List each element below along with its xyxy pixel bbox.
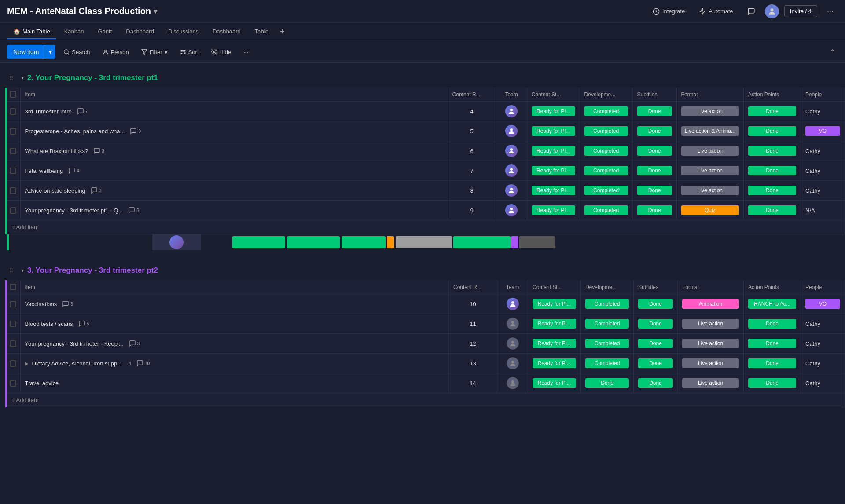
action-points-cell[interactable]: Done [744,161,801,181]
action-points-cell[interactable]: Done [744,201,801,220]
add-item-cell[interactable]: + Add item [7,393,845,407]
comment-badge[interactable]: 3 [129,340,140,347]
development-cell[interactable]: Completed [580,102,632,121]
expand-button[interactable]: ▶ [25,361,29,366]
development-cell[interactable]: Completed [580,121,632,141]
hide-button[interactable]: Hide [207,46,236,58]
person-button[interactable]: Person [98,46,133,58]
tab-kanban[interactable]: Kanban [58,25,90,39]
people-cell[interactable]: Cathy [801,141,845,161]
tab-gantt[interactable]: Gantt [92,25,118,39]
row-checkbox[interactable] [10,360,16,367]
header-checkbox[interactable] [10,91,16,98]
add-item-row[interactable]: + Add item [7,220,845,234]
comment-badge[interactable]: 7 [77,108,88,115]
item-cell[interactable]: Your pregnancy - 3rd trimeter pt1 - Q...… [20,201,448,220]
row-checkbox[interactable] [10,187,16,194]
integrate-button[interactable]: Integrate [648,6,689,17]
subtitles-cell[interactable]: Done [634,334,678,354]
new-item-dropdown-arrow[interactable]: ▾ [45,45,55,59]
subtitles-cell[interactable]: Done [632,201,676,220]
format-cell[interactable]: Live action [676,141,743,161]
action-points-cell[interactable]: Done [744,141,801,161]
row-checkbox[interactable] [10,108,16,115]
action-points-cell[interactable]: Done [744,121,801,141]
comment-badge[interactable]: 4 [68,167,79,174]
subtitles-cell[interactable]: Done [632,102,676,121]
item-cell[interactable]: Blood tests / scans 5 [20,314,449,334]
content-status-cell[interactable]: Ready for Pl... [527,201,580,220]
table-row[interactable]: What are Braxton Hicks? 3 6 Ready for Pl… [7,141,845,161]
development-cell[interactable]: Completed [580,141,632,161]
content-status-cell[interactable]: Ready for Pl... [527,181,580,201]
invite-button[interactable]: Invite / 4 [784,5,817,17]
new-item-button[interactable]: New item ▾ [7,45,55,59]
add-tab-button[interactable]: + [276,27,288,37]
content-status-cell[interactable]: Ready for Pl... [527,102,580,121]
automate-button[interactable]: Automate [694,6,738,17]
content-status-cell[interactable]: Ready for Pl... [527,141,580,161]
row-checkbox[interactable] [10,207,16,214]
action-points-cell[interactable]: Done [744,102,801,121]
subtitles-cell[interactable]: Done [632,141,676,161]
row-checkbox[interactable] [10,340,16,347]
table-row[interactable]: Your pregnancy - 3rd trimeter - Keepi...… [7,334,845,354]
content-status-cell[interactable]: Ready for Pl... [527,161,580,181]
item-cell[interactable]: Your pregnancy - 3rd trimeter - Keepi...… [20,334,449,354]
people-cell[interactable]: Cathy [801,354,845,373]
subtitles-cell[interactable]: Done [634,354,678,373]
comment-badge[interactable]: 6 [128,207,139,214]
format-cell[interactable]: Live action [676,181,743,201]
people-cell[interactable]: VO [801,121,845,141]
format-cell[interactable]: Live action [676,102,743,121]
content-status-cell[interactable]: Ready for Pl... [528,314,581,334]
add-item-row[interactable]: + Add item [7,393,845,407]
table-row[interactable]: Vaccinations 3 10 Ready for Pl...Complet… [7,294,845,314]
comment-badge[interactable]: 3 [93,147,104,154]
collapse-button[interactable]: ⌃ [827,45,838,59]
format-cell[interactable]: Live action [678,373,744,393]
people-cell[interactable]: Cathy [801,314,845,334]
subtitles-cell[interactable]: Done [634,314,678,334]
new-item-label[interactable]: New item [7,45,45,59]
group-toggle-2[interactable]: ▾ [21,267,24,274]
row-checkbox[interactable] [10,148,16,154]
group-drag-handle-2[interactable]: ⠿ [5,264,18,277]
content-status-cell[interactable]: Ready for Pl... [528,294,581,314]
development-cell[interactable]: Completed [580,161,632,181]
group-toggle-1[interactable]: ▾ [21,75,24,81]
content-status-cell[interactable]: Ready for Pl... [527,121,580,141]
more-toolbar-button[interactable]: ··· [239,46,253,58]
row-checkbox[interactable] [10,168,16,174]
sort-button[interactable]: Sort [176,46,203,58]
development-cell[interactable]: Completed [581,294,634,314]
user-avatar[interactable] [765,4,779,18]
item-cell[interactable]: What are Braxton Hicks? 3 [20,141,448,161]
more-options-button[interactable]: ··· [823,4,838,18]
table-row[interactable]: 3rd Trimester Intro 7 4 Ready for Pl...C… [7,102,845,121]
people-cell[interactable]: Cathy [801,161,845,181]
item-cell[interactable]: Fetal wellbeing 4 [20,161,448,181]
group-drag-handle-1[interactable]: ⠿ [5,72,18,84]
table-row[interactable]: Blood tests / scans 5 11 Ready for Pl...… [7,314,845,334]
format-cell[interactable]: Live action [678,354,744,373]
people-cell[interactable]: VO [801,294,845,314]
tab-dashboard-2[interactable]: Dashboard [206,25,247,39]
comment-badge[interactable]: 3 [130,128,141,135]
format-cell[interactable]: Animation [678,294,744,314]
filter-dropdown-arrow[interactable]: ▾ [165,49,168,55]
action-points-cell[interactable]: Done [744,314,801,334]
format-cell[interactable]: Live action [678,334,744,354]
development-cell[interactable]: Completed [581,334,634,354]
subtitles-cell[interactable]: Done [634,373,678,393]
filter-button[interactable]: Filter ▾ [137,46,172,58]
item-cell[interactable]: ▶Dietary Advice, Alcohol, Iron suppl...4… [20,354,449,373]
format-cell[interactable]: Live action [678,314,744,334]
group-header-1[interactable]: ⠿ ▾ 2. Your Pregnancy - 3rd trimester pt… [0,68,845,88]
tab-table[interactable]: Table [249,25,275,39]
table-row[interactable]: ▶Dietary Advice, Alcohol, Iron suppl...4… [7,354,845,373]
header-checkbox-2[interactable] [10,284,16,290]
tab-main-table[interactable]: 🏠 Main Table [7,25,56,39]
format-cell[interactable]: Live action [676,161,743,181]
content-status-cell[interactable]: Ready for Pl... [528,354,581,373]
